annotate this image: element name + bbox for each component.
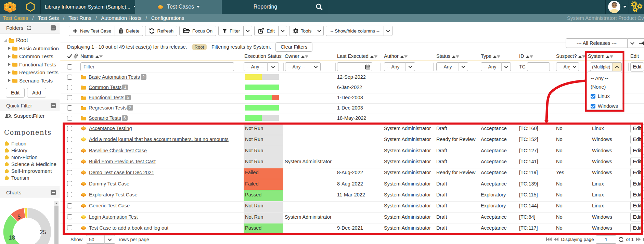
- edit-dropdown-button[interactable]: [279, 26, 287, 36]
- system-settings-button[interactable]: [629, 0, 644, 14]
- column-header-author[interactable]: Author: [381, 51, 433, 61]
- row-checkbox[interactable]: [67, 137, 72, 142]
- user-profile-menu[interactable]: [606, 0, 629, 14]
- last-executed-date-input[interactable]: [337, 62, 363, 71]
- system-filter[interactable]: (Multiple): [590, 62, 622, 71]
- chevron-down-icon[interactable]: [459, 62, 468, 71]
- row-checkbox[interactable]: [67, 126, 72, 131]
- edit-row-button[interactable]: Edit: [630, 179, 644, 188]
- scrollbar-thumb[interactable]: [54, 206, 59, 244]
- filter-dropdown-button[interactable]: [244, 26, 252, 36]
- test-case-name-link[interactable]: Baseline Check Test Case: [89, 148, 147, 153]
- release-select-chevron[interactable]: [628, 38, 637, 48]
- tree-item-root[interactable]: Root: [0, 36, 60, 44]
- test-case-name-link[interactable]: Login Automation Test: [89, 214, 138, 220]
- new-test-case-button[interactable]: New Test Case: [69, 26, 115, 36]
- edit-row-button[interactable]: Edit: [630, 223, 644, 232]
- filter-button[interactable]: Filter: [218, 26, 244, 36]
- owner-filter[interactable]: -- Any --: [285, 62, 321, 71]
- edit-button[interactable]: Edit: [254, 26, 278, 36]
- column-header-execution-status[interactable]: Execution Status: [244, 51, 283, 61]
- row-checkbox[interactable]: [67, 148, 72, 153]
- system-option-windows[interactable]: Windows: [591, 101, 622, 111]
- go-to-release-button[interactable]: [637, 38, 644, 48]
- tree-item-regression-tests[interactable]: Regression Tests: [0, 68, 60, 77]
- sort-desc-icon[interactable]: [456, 55, 459, 58]
- column-header-suspect[interactable]: Suspect?: [554, 51, 586, 61]
- column-header-last-executed[interactable]: Last Executed: [335, 51, 381, 61]
- component-history[interactable]: History: [0, 147, 60, 154]
- scroll-up-button[interactable]: [54, 201, 59, 206]
- first-page-button[interactable]: [546, 237, 552, 242]
- sort-asc-icon[interactable]: [606, 55, 609, 58]
- folder-name-link[interactable]: Functional Tests: [89, 95, 125, 100]
- global-search-button[interactable]: [309, 0, 329, 14]
- collapsed-caret-icon[interactable]: [8, 71, 11, 74]
- test-case-name-link[interactable]: Exploratory Test Case: [89, 192, 138, 197]
- component-self-improvement[interactable]: Self-Improvement: [0, 167, 60, 174]
- row-checkbox[interactable]: [67, 203, 72, 208]
- row-checkbox[interactable]: [67, 116, 72, 121]
- system-option-any[interactable]: -- Any --: [591, 74, 622, 82]
- folder-add-button[interactable]: Add: [27, 88, 46, 98]
- folder-name-link[interactable]: Regression Tests: [89, 105, 127, 111]
- row-checkbox[interactable]: [67, 181, 72, 186]
- tree-item-basic-automation[interactable]: Basic Automation Tests: [0, 44, 60, 53]
- edit-row-button[interactable]: Edit: [630, 146, 644, 155]
- test-case-name-link[interactable]: Build From Previous Test Cast: [89, 159, 156, 164]
- refresh-folders-icon[interactable]: [26, 25, 31, 30]
- tree-item-functional-tests[interactable]: Functional Tests: [0, 61, 60, 69]
- chart-scrollbar[interactable]: [54, 201, 59, 244]
- sort-desc-icon[interactable]: [99, 55, 103, 58]
- row-checkbox[interactable]: [67, 170, 72, 175]
- folder-name-link[interactable]: Scenario Tests: [89, 115, 121, 121]
- test-case-name-link[interactable]: Dummy Test Case: [89, 181, 129, 187]
- collapse-quick-filter-button[interactable]: [51, 103, 56, 108]
- column-header-name[interactable]: Name: [80, 51, 244, 61]
- sort-asc-icon[interactable]: [370, 55, 374, 58]
- chevron-down-icon[interactable]: [104, 235, 115, 244]
- app-logo[interactable]: [0, 0, 20, 14]
- sort-asc-icon[interactable]: [400, 55, 404, 58]
- checked-checkbox[interactable]: [591, 94, 595, 99]
- show-hide-columns-dropdown-button[interactable]: [384, 26, 392, 36]
- edit-row-button[interactable]: Edit: [630, 201, 644, 210]
- breadcrumb-test-sets[interactable]: Test Sets: [38, 15, 59, 21]
- folder-name-link[interactable]: Common Tests: [89, 85, 121, 90]
- select-all-header[interactable]: [60, 51, 74, 61]
- release-select[interactable]: --- All Releases ---: [566, 38, 628, 48]
- sort-desc-icon[interactable]: [305, 55, 308, 58]
- edit-row-button[interactable]: Edit: [630, 62, 644, 72]
- collapsed-caret-icon[interactable]: [8, 63, 11, 66]
- tree-item-scenario-tests[interactable]: Scenario Tests: [0, 77, 60, 85]
- status-filter[interactable]: -- Any --: [436, 62, 468, 71]
- type-filter[interactable]: -- Any --: [481, 62, 511, 71]
- collapsed-caret-icon[interactable]: [8, 79, 11, 82]
- refresh-page-button[interactable]: [618, 237, 624, 242]
- tab-test-cases[interactable]: Test Cases: [135, 0, 222, 14]
- column-header-owner[interactable]: Owner: [283, 51, 335, 61]
- select-all-checkbox[interactable]: [67, 64, 72, 69]
- sort-asc-icon[interactable]: [95, 55, 99, 58]
- system-option-none[interactable]: (None): [591, 82, 622, 91]
- breadcrumb-automation-hosts[interactable]: Automation Hosts: [101, 15, 141, 21]
- tree-item-common-tests[interactable]: Common Tests: [0, 52, 60, 61]
- folder-edit-button[interactable]: Edit: [6, 88, 25, 98]
- sort-asc-icon[interactable]: [526, 55, 529, 58]
- column-header-system[interactable]: System: [586, 51, 628, 61]
- test-case-name-link[interactable]: Generic Test Case: [89, 203, 130, 208]
- edit-row-button[interactable]: Edit: [630, 157, 644, 166]
- breadcrumb-test-cases[interactable]: Test Cases: [3, 15, 28, 21]
- suspect-filter[interactable]: -- Any --: [556, 62, 579, 71]
- column-header-id[interactable]: ID: [517, 51, 554, 61]
- column-header-type[interactable]: Type: [477, 51, 517, 61]
- chevron-down-icon[interactable]: [267, 62, 279, 71]
- breadcrumb-configurations[interactable]: Configurations: [151, 15, 184, 21]
- collapse-folders-button[interactable]: [51, 25, 56, 30]
- test-case-name-link[interactable]: Demo Test case for Dec 2021: [89, 170, 154, 175]
- edit-row-button[interactable]: Edit: [630, 190, 644, 199]
- delete-button[interactable]: Delete: [115, 26, 143, 36]
- sort-desc-icon[interactable]: [530, 55, 533, 58]
- row-checkbox[interactable]: [67, 85, 72, 90]
- checked-checkbox[interactable]: [591, 104, 595, 108]
